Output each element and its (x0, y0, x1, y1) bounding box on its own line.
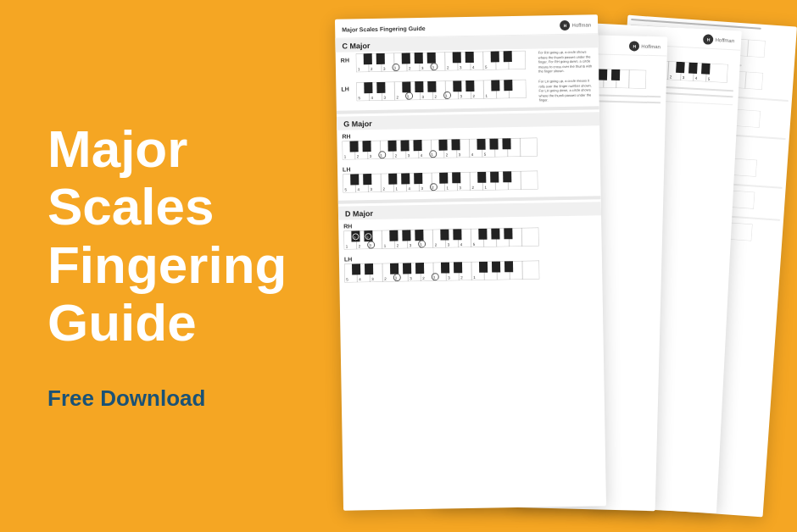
svg-rect-211 (415, 53, 423, 64)
svg-rect-215 (491, 51, 499, 62)
main-title: Major Scales Fingering Guide (47, 120, 314, 352)
svg-rect-177 (599, 69, 607, 80)
hoffman-logo-mid-back: H Hoffman (703, 34, 734, 46)
svg-rect-248 (453, 80, 461, 91)
svg-rect-324 (439, 172, 448, 183)
svg-rect-281 (362, 141, 371, 152)
svg-rect-213 (453, 52, 461, 63)
svg-rect-247 (427, 81, 436, 92)
svg-rect-402 (403, 263, 411, 274)
hoffman-logo-mid: H Hoffman (629, 41, 660, 52)
svg-rect-325 (452, 172, 460, 183)
svg-rect-408 (504, 261, 513, 272)
svg-rect-363 (453, 229, 461, 240)
svg-rect-178 (611, 69, 620, 80)
svg-rect-214 (465, 52, 474, 63)
svg-rect-359 (389, 230, 398, 241)
d-major-section: D Major RH (338, 202, 603, 287)
svg-rect-327 (490, 171, 499, 182)
svg-rect-288 (489, 138, 498, 149)
svg-rect-285 (438, 139, 447, 150)
svg-rect-249 (465, 80, 474, 91)
right-section: 1 2 3 1 2 3 4 5 (288, 0, 797, 532)
svg-rect-400 (365, 263, 373, 274)
g-major-section: G Major RH (337, 112, 601, 197)
svg-rect-244 (376, 82, 385, 93)
d-rh-label: RH (343, 219, 596, 229)
svg-rect-289 (502, 138, 510, 149)
d-lh-label: LH (344, 252, 597, 262)
svg-rect-135 (676, 62, 685, 74)
hoffman-logo-front: H Hoffman (560, 19, 591, 30)
svg-rect-212 (427, 53, 436, 64)
svg-rect-286 (451, 139, 460, 150)
rh-label: RH (341, 53, 353, 63)
svg-rect-246 (415, 81, 423, 92)
svg-rect-360 (402, 230, 410, 241)
svg-rect-320 (363, 174, 371, 185)
svg-rect-361 (415, 230, 423, 241)
svg-rect-250 (491, 80, 499, 91)
page-front: Major Scales Fingering Guide H Hoffman C… (335, 14, 606, 510)
svg-rect-403 (415, 263, 424, 274)
svg-text:5: 5 (354, 236, 355, 239)
svg-rect-283 (400, 140, 409, 151)
svg-rect-216 (504, 51, 512, 62)
g-lh-label: LH (343, 162, 595, 172)
svg-rect-282 (387, 140, 396, 151)
svg-rect-208 (364, 53, 372, 64)
lh-description: For LH going up, a circle means it rolls… (538, 78, 594, 103)
front-page-title: Major Scales Fingering Guide (342, 25, 426, 32)
svg-rect-137 (701, 63, 711, 75)
svg-text:3: 3 (366, 236, 368, 239)
svg-rect-280 (349, 141, 358, 152)
svg-rect-321 (388, 173, 397, 184)
svg-rect-328 (503, 171, 511, 182)
svg-rect-364 (478, 229, 487, 240)
lh-label: LH (341, 82, 353, 91)
svg-rect-243 (364, 82, 372, 93)
svg-rect-406 (479, 262, 488, 273)
svg-rect-323 (414, 173, 422, 184)
svg-rect-319 (350, 174, 359, 185)
c-major-section: C Major RH (335, 34, 599, 108)
svg-rect-209 (376, 53, 385, 64)
svg-rect-401 (390, 263, 398, 274)
svg-rect-362 (440, 229, 449, 240)
g-rh-label: RH (342, 129, 594, 139)
svg-rect-405 (454, 262, 462, 273)
free-download-label[interactable]: Free Download (47, 385, 314, 412)
svg-rect-284 (413, 140, 421, 151)
svg-rect-322 (401, 173, 410, 184)
svg-rect-136 (688, 62, 698, 74)
svg-rect-365 (491, 228, 499, 239)
svg-rect-326 (477, 172, 486, 183)
svg-rect-287 (477, 139, 485, 150)
svg-rect-251 (504, 80, 512, 91)
svg-rect-407 (492, 261, 500, 272)
svg-rect-210 (402, 53, 410, 64)
svg-rect-366 (504, 228, 512, 239)
svg-rect-245 (402, 81, 410, 92)
svg-rect-399 (352, 263, 360, 274)
rh-description: For RH going up, a circle shows where th… (538, 49, 594, 74)
svg-rect-404 (441, 262, 449, 273)
